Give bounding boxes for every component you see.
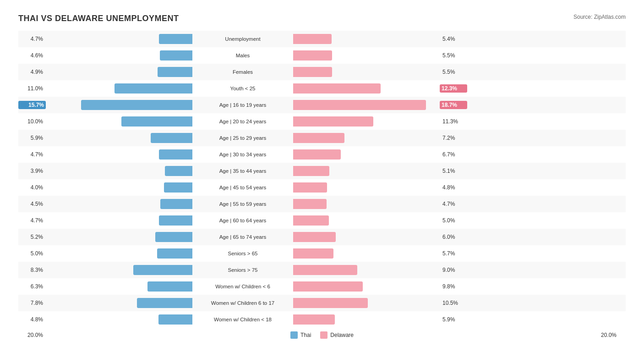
bar-row: 7.8%Women w/ Children 6 to 1710.5% <box>18 295 626 311</box>
right-bar <box>293 265 357 275</box>
right-bar <box>293 166 329 176</box>
right-bar <box>293 281 363 292</box>
left-bar-container <box>46 314 192 325</box>
left-bar <box>159 34 192 44</box>
right-bar-container <box>293 50 440 61</box>
left-bar-container <box>46 215 192 226</box>
left-bar-container <box>46 281 192 292</box>
left-value: 6.3% <box>18 283 46 290</box>
right-bar <box>293 133 344 143</box>
left-value: 3.9% <box>18 168 46 174</box>
left-value: 11.0% <box>18 85 46 92</box>
right-value: 6.7% <box>440 151 467 158</box>
left-bar <box>160 50 192 61</box>
left-bar-container <box>46 265 192 275</box>
right-bar-container <box>293 83 440 94</box>
right-value: 7.2% <box>440 135 467 141</box>
center-label: Females <box>192 69 293 75</box>
right-value: 5.1% <box>440 168 467 174</box>
right-bar <box>293 298 368 308</box>
right-bar-container <box>293 215 440 226</box>
right-bar-container <box>293 34 440 44</box>
right-value: 4.7% <box>440 201 467 207</box>
left-value: 4.9% <box>18 69 46 75</box>
center-label: Age | 35 to 44 years <box>192 168 293 174</box>
left-bar-container <box>46 166 192 176</box>
right-value: 5.5% <box>440 52 467 59</box>
left-value: 4.6% <box>18 52 46 59</box>
right-bar-container <box>293 133 440 143</box>
right-bar-container <box>293 298 440 308</box>
bar-row: 5.2%Age | 65 to 74 years6.0% <box>18 229 626 245</box>
left-value: 4.5% <box>18 201 46 207</box>
right-value: 11.3% <box>440 118 467 125</box>
center-label: Age | 25 to 29 years <box>192 135 293 141</box>
right-bar-container <box>293 149 440 160</box>
left-value: 5.9% <box>18 135 46 141</box>
right-bar <box>293 50 332 61</box>
chart-legend: Thai Delaware <box>46 331 598 339</box>
right-bar <box>293 248 333 259</box>
right-bar-container <box>293 182 440 193</box>
bar-row: 5.9%Age | 25 to 29 years7.2% <box>18 130 626 146</box>
left-bar <box>155 232 192 242</box>
bar-row: 11.0%Youth < 2512.3% <box>18 80 626 97</box>
right-bar <box>293 100 426 110</box>
center-label: Seniors > 65 <box>192 251 293 256</box>
axis-right-bottom: 20.0% <box>598 332 626 338</box>
right-bar <box>293 199 327 209</box>
center-label: Seniors > 75 <box>192 267 293 273</box>
right-value: 9.0% <box>440 267 467 273</box>
left-bar <box>151 133 192 143</box>
bar-row: 4.7%Age | 60 to 64 years5.0% <box>18 212 626 229</box>
left-bar <box>133 265 192 275</box>
left-bar <box>158 314 192 325</box>
right-bar <box>293 314 335 325</box>
left-value: 15.7% <box>18 101 46 109</box>
chart-footer: 20.0% Thai Delaware 20.0% <box>18 331 626 339</box>
left-value: 4.7% <box>18 217 46 224</box>
right-bar-container <box>293 67 440 77</box>
right-bar-container <box>293 248 440 259</box>
right-value: 6.0% <box>440 234 467 240</box>
left-bar <box>160 199 192 209</box>
left-bar-container <box>46 298 192 308</box>
right-bar <box>293 149 341 160</box>
left-bar-container <box>46 67 192 77</box>
left-bar-container <box>46 116 192 127</box>
left-bar <box>165 166 192 176</box>
left-bar-container <box>46 34 192 44</box>
right-bar-container <box>293 281 440 292</box>
left-bar <box>164 182 192 193</box>
left-value: 7.8% <box>18 300 46 306</box>
right-bar-container <box>293 265 440 275</box>
bar-row: 4.5%Age | 55 to 59 years4.7% <box>18 196 626 212</box>
left-value: 4.7% <box>18 36 46 42</box>
right-value: 10.5% <box>440 300 467 306</box>
bar-row: 10.0%Age | 20 to 24 years11.3% <box>18 113 626 130</box>
bar-row: 6.3%Women w/ Children < 69.8% <box>18 278 626 295</box>
right-value: 5.5% <box>440 69 467 75</box>
legend-delaware: Delaware <box>320 331 354 339</box>
chart-body: 4.7%Unemployment5.4%4.6%Males5.5%4.9%Fem… <box>18 31 626 328</box>
right-bar <box>293 215 329 226</box>
left-bar <box>147 281 192 292</box>
left-bar <box>159 215 192 226</box>
right-bar-container <box>293 199 440 209</box>
right-bar <box>293 34 332 44</box>
right-bar-container <box>293 100 440 110</box>
left-bar-container <box>46 248 192 259</box>
left-bar-container <box>46 133 192 143</box>
center-label: Women w/ Children < 6 <box>192 284 293 289</box>
center-label: Age | 55 to 59 years <box>192 201 293 207</box>
right-value: 4.8% <box>440 184 467 191</box>
left-bar <box>159 149 192 160</box>
chart-container: THAI VS DELAWARE UNEMPLOYMENT Source: Zi… <box>9 9 635 347</box>
right-value: 9.8% <box>440 283 467 290</box>
chart-title: THAI VS DELAWARE UNEMPLOYMENT <box>18 14 179 23</box>
left-bar <box>157 248 193 259</box>
center-label: Males <box>192 53 293 58</box>
right-bar-container <box>293 116 440 127</box>
left-value: 5.0% <box>18 250 46 257</box>
bar-row: 4.0%Age | 45 to 54 years4.8% <box>18 179 626 196</box>
